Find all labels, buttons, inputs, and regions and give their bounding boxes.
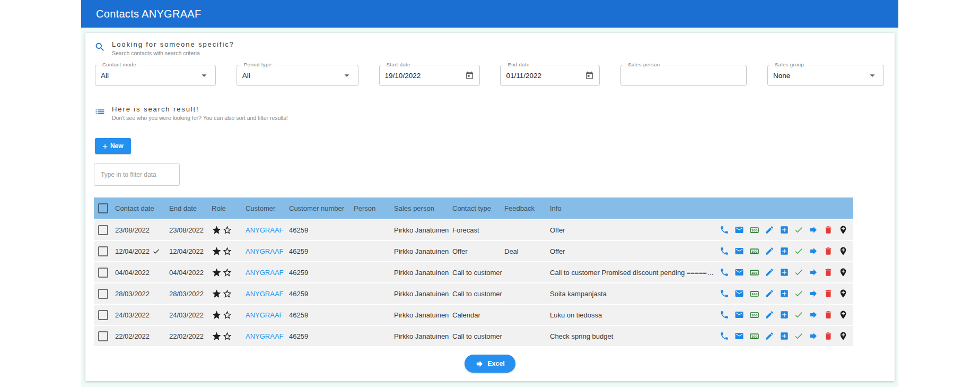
email-icon[interactable]: [734, 310, 744, 320]
delete-icon[interactable]: [824, 289, 833, 298]
check-icon[interactable]: [794, 331, 803, 341]
check-icon[interactable]: [794, 289, 803, 298]
customer-link[interactable]: ANYGRAAF: [246, 226, 284, 234]
add-icon[interactable]: [780, 268, 789, 277]
star-filled-icon[interactable]: [212, 225, 222, 235]
customer-link[interactable]: ANYGRAAF: [246, 269, 284, 277]
column-header-feedback[interactable]: Feedback: [504, 204, 550, 212]
forward-icon[interactable]: [809, 289, 818, 298]
edit-icon[interactable]: [765, 225, 774, 235]
delete-icon[interactable]: [824, 268, 833, 277]
forward-icon[interactable]: [809, 246, 818, 256]
star-outline-icon[interactable]: [222, 225, 232, 235]
column-header-contact-date[interactable]: Contact date: [115, 204, 169, 212]
star-outline-icon[interactable]: [222, 268, 232, 278]
delete-icon[interactable]: [824, 225, 833, 235]
forward-icon[interactable]: [809, 331, 818, 341]
add-icon[interactable]: [780, 246, 789, 256]
column-header-end-date[interactable]: End date: [169, 204, 212, 212]
row-checkbox[interactable]: [98, 246, 108, 256]
star-outline-icon[interactable]: [222, 331, 232, 341]
calendar-icon[interactable]: [465, 71, 474, 80]
sales-person-field[interactable]: Sales person: [620, 65, 747, 86]
delete-icon[interactable]: [824, 310, 833, 320]
column-header-person[interactable]: Person: [354, 204, 394, 212]
add-location-icon[interactable]: [838, 289, 848, 298]
add-location-icon[interactable]: [838, 331, 848, 341]
start-date-field[interactable]: Start date19/10/2022: [379, 65, 480, 86]
add-icon[interactable]: [780, 331, 789, 341]
column-header-info[interactable]: Info: [550, 204, 720, 212]
email-icon[interactable]: [734, 331, 744, 341]
table-filter-input[interactable]: [94, 164, 180, 186]
row-checkbox[interactable]: [98, 331, 108, 341]
money-100-icon[interactable]: 100: [749, 289, 759, 299]
column-header-role[interactable]: Role: [212, 204, 246, 212]
delete-icon[interactable]: [824, 246, 833, 256]
row-checkbox[interactable]: [98, 289, 108, 299]
add-location-icon[interactable]: [838, 246, 848, 256]
money-100-icon[interactable]: 100: [749, 268, 759, 278]
email-icon[interactable]: [734, 225, 744, 235]
period-type-field[interactable]: Period typeAll: [237, 65, 358, 86]
phone-icon[interactable]: [720, 225, 729, 235]
phone-icon[interactable]: [720, 268, 729, 277]
column-header-customer-number[interactable]: Customer number: [289, 204, 354, 212]
add-icon[interactable]: [780, 225, 789, 235]
forward-icon[interactable]: [809, 268, 818, 277]
money-100-icon[interactable]: 100: [749, 331, 759, 341]
customer-link[interactable]: ANYGRAAF: [246, 290, 284, 298]
star-filled-icon[interactable]: [212, 289, 222, 299]
row-checkbox[interactable]: [98, 268, 108, 278]
add-location-icon[interactable]: [838, 225, 848, 235]
edit-icon[interactable]: [765, 310, 774, 320]
email-icon[interactable]: [734, 268, 744, 277]
star-filled-icon[interactable]: [212, 246, 222, 256]
check-icon[interactable]: [794, 310, 803, 320]
edit-icon[interactable]: [765, 331, 774, 341]
row-checkbox[interactable]: [98, 310, 108, 320]
customer-link[interactable]: ANYGRAAF: [246, 332, 284, 340]
add-icon[interactable]: [780, 310, 789, 320]
forward-icon[interactable]: [809, 310, 818, 320]
add-location-icon[interactable]: [838, 310, 848, 320]
sales-group-field[interactable]: Sales groupNone: [767, 65, 884, 86]
star-outline-icon[interactable]: [222, 310, 232, 320]
star-outline-icon[interactable]: [222, 246, 232, 256]
check-icon[interactable]: [794, 225, 803, 235]
email-icon[interactable]: [734, 289, 744, 298]
money-100-icon[interactable]: 100: [749, 225, 759, 235]
phone-icon[interactable]: [720, 246, 729, 256]
phone-icon[interactable]: [720, 289, 729, 298]
email-icon[interactable]: [734, 246, 744, 256]
edit-icon[interactable]: [765, 268, 774, 277]
column-header-customer[interactable]: Customer: [246, 204, 289, 212]
star-filled-icon[interactable]: [212, 310, 222, 320]
select-all-checkbox[interactable]: [98, 203, 108, 213]
excel-button[interactable]: Excel: [465, 355, 515, 373]
check-icon[interactable]: [794, 268, 803, 277]
money-100-icon[interactable]: 100: [749, 246, 759, 256]
customer-link[interactable]: ANYGRAAF: [246, 247, 284, 255]
edit-icon[interactable]: [765, 246, 774, 256]
end-date-field[interactable]: End date01/11/2022: [500, 65, 600, 86]
star-filled-icon[interactable]: [212, 268, 222, 278]
new-button[interactable]: + New: [95, 138, 131, 154]
forward-icon[interactable]: [809, 225, 818, 235]
customer-link[interactable]: ANYGRAAF: [246, 311, 284, 319]
edit-icon[interactable]: [765, 289, 774, 298]
delete-icon[interactable]: [824, 331, 833, 341]
star-filled-icon[interactable]: [212, 331, 222, 341]
add-icon[interactable]: [780, 289, 789, 298]
add-location-icon[interactable]: [838, 268, 848, 277]
column-header-contact-type[interactable]: Contact type: [452, 204, 504, 212]
money-100-icon[interactable]: 100: [749, 310, 759, 320]
calendar-icon[interactable]: [585, 71, 594, 80]
row-checkbox[interactable]: [98, 225, 108, 235]
check-icon[interactable]: [794, 246, 803, 256]
phone-icon[interactable]: [720, 310, 729, 320]
contact-mode-field[interactable]: Contact modeAll: [95, 65, 216, 86]
star-outline-icon[interactable]: [222, 289, 232, 299]
column-header-sales-person[interactable]: Sales person: [394, 204, 452, 212]
phone-icon[interactable]: [720, 331, 729, 341]
